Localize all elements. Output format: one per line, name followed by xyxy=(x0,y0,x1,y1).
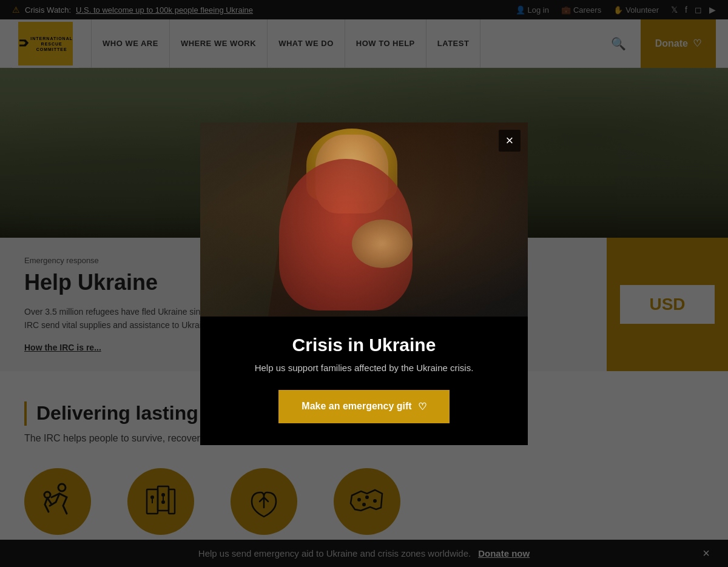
modal-title: Crisis in Ukraine xyxy=(224,335,504,355)
modal-subtitle: Help us support families affected by the… xyxy=(224,363,504,373)
heart-icon-modal: ♡ xyxy=(418,401,426,412)
modal-overlay[interactable]: × Crisis in Ukraine Help us support fami… xyxy=(0,0,728,567)
crisis-modal: × Crisis in Ukraine Help us support fami… xyxy=(200,122,528,445)
emergency-gift-label: Make an emergency gift xyxy=(302,401,411,412)
emergency-gift-button[interactable]: Make an emergency gift ♡ xyxy=(278,390,449,423)
modal-image xyxy=(200,122,528,317)
modal-content: Crisis in Ukraine Help us support famili… xyxy=(200,317,528,445)
modal-close-button[interactable]: × xyxy=(499,130,521,152)
light-overlay xyxy=(200,122,528,317)
